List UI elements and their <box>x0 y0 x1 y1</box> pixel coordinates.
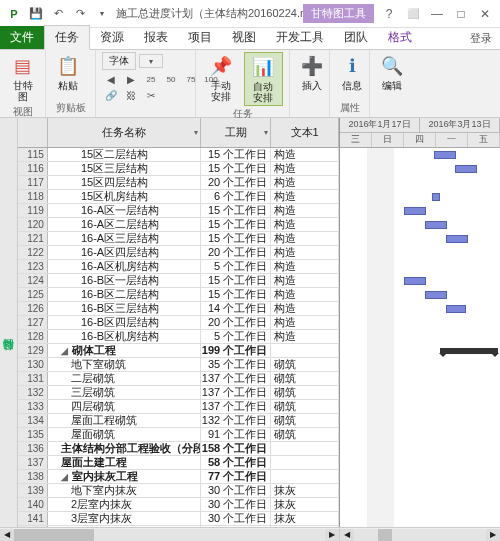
table-row[interactable]: 136主体结构分部工程验收（分段分层）158 个工作日 <box>18 442 339 456</box>
row-id[interactable]: 130 <box>18 358 48 371</box>
minimize-icon[interactable]: — <box>426 5 448 23</box>
table-row[interactable]: 12316-A区机房结构5 个工作日构造 <box>18 260 339 274</box>
table-row[interactable]: 134屋面工程砌筑132 个工作日砌筑 <box>18 414 339 428</box>
table-row[interactable]: 11515区二层结构15 个工作日构造 <box>18 148 339 162</box>
text1-cell[interactable]: 构造 <box>271 218 339 231</box>
row-id[interactable]: 132 <box>18 386 48 399</box>
duration-cell[interactable]: 15 个工作日 <box>201 148 271 161</box>
scroll-right-icon[interactable]: ▶ <box>486 529 500 541</box>
duration-cell[interactable]: 15 个工作日 <box>201 232 271 245</box>
gantt-bar[interactable] <box>404 277 426 285</box>
task-name-cell[interactable]: 16-B区四层结构 <box>48 316 202 329</box>
scrollbar-track[interactable] <box>14 529 325 541</box>
duration-cell[interactable]: 20 个工作日 <box>201 176 271 189</box>
text1-cell[interactable]: 砌筑 <box>271 428 339 441</box>
row-id[interactable]: 131 <box>18 372 48 385</box>
scrollbar-thumb[interactable] <box>14 529 94 541</box>
task-name-cell[interactable]: 屋面工程砌筑 <box>48 414 202 427</box>
pct50-button[interactable]: 50 <box>162 72 180 86</box>
task-name-cell[interactable]: 16-B区三层结构 <box>48 302 202 315</box>
duration-cell[interactable]: 5 个工作日 <box>201 260 271 273</box>
gantt-bar[interactable] <box>446 235 468 243</box>
duration-cell[interactable]: 14 个工作日 <box>201 302 271 315</box>
row-id[interactable]: 116 <box>18 162 48 175</box>
col-name-header[interactable]: 任务名称▾ <box>48 118 202 147</box>
table-row[interactable]: 1402层室内抹灰30 个工作日抹灰 <box>18 498 339 512</box>
text1-cell[interactable] <box>271 456 339 469</box>
manual-schedule-button[interactable]: 📌 手动安排 <box>202 52 240 104</box>
split-icon[interactable]: ✂ <box>142 88 160 102</box>
text1-cell[interactable] <box>271 442 339 455</box>
text1-cell[interactable]: 构造 <box>271 204 339 217</box>
auto-schedule-button[interactable]: 📊 自动安排 <box>244 52 284 106</box>
row-id[interactable]: 135 <box>18 428 48 441</box>
table-row[interactable]: 139地下室内抹灰30 个工作日抹灰 <box>18 484 339 498</box>
table-row[interactable]: 137屋面土建工程58 个工作日 <box>18 456 339 470</box>
table-row[interactable]: 12216-A区四层结构20 个工作日构造 <box>18 246 339 260</box>
project-icon[interactable]: P <box>4 4 24 24</box>
duration-cell[interactable]: 5 个工作日 <box>201 330 271 343</box>
text1-cell[interactable]: 砌筑 <box>271 372 339 385</box>
table-row[interactable]: 1413层室内抹灰30 个工作日抹灰 <box>18 512 339 526</box>
row-id[interactable]: 136 <box>18 442 48 455</box>
duration-cell[interactable]: 15 个工作日 <box>201 204 271 217</box>
insert-button[interactable]: ➕ 插入 <box>296 52 328 93</box>
text1-cell[interactable]: 构造 <box>271 246 339 259</box>
table-row[interactable]: 12716-B区四层结构20 个工作日构造 <box>18 316 339 330</box>
task-name-cell[interactable]: 屋面砌筑 <box>48 428 202 441</box>
text1-cell[interactable]: 构造 <box>271 288 339 301</box>
duration-cell[interactable]: 30 个工作日 <box>201 512 271 525</box>
task-name-cell[interactable]: 16-A区一层结构 <box>48 204 202 217</box>
task-name-cell[interactable]: 三层砌筑 <box>48 386 202 399</box>
scroll-right-icon[interactable]: ▶ <box>325 529 339 541</box>
task-name-cell[interactable]: 屋面土建工程 <box>48 456 202 469</box>
task-name-cell[interactable]: 16-A区三层结构 <box>48 232 202 245</box>
task-name-cell[interactable]: ◢室内抹灰工程 <box>48 470 202 483</box>
duration-cell[interactable]: 6 个工作日 <box>201 190 271 203</box>
table-row[interactable]: 11615区三层结构15 个工作日构造 <box>18 162 339 176</box>
table-row[interactable]: 130地下室砌筑35 个工作日砌筑 <box>18 358 339 372</box>
table-row[interactable]: 135屋面砌筑91 个工作日砌筑 <box>18 428 339 442</box>
text1-cell[interactable]: 砌筑 <box>271 414 339 427</box>
row-id[interactable]: 118 <box>18 190 48 203</box>
gantt-timescale[interactable]: 2016年1月17日 2016年3月13日 三日四一五 <box>340 118 500 148</box>
duration-cell[interactable]: 137 个工作日 <box>201 386 271 399</box>
row-id[interactable]: 123 <box>18 260 48 273</box>
duration-cell[interactable]: 58 个工作日 <box>201 456 271 469</box>
tab-format[interactable]: 格式 <box>378 26 422 49</box>
ribbon-toggle-icon[interactable]: ⬜ <box>402 5 424 23</box>
indent-left-icon[interactable]: ◀ <box>102 72 120 86</box>
table-row[interactable]: 11916-A区一层结构15 个工作日构造 <box>18 204 339 218</box>
table-row[interactable]: 132三层砌筑137 个工作日砌筑 <box>18 386 339 400</box>
gantt-bar[interactable] <box>425 221 447 229</box>
redo-icon[interactable]: ↷ <box>70 4 90 24</box>
edit-button[interactable]: 🔍 编辑 <box>376 52 408 93</box>
table-row[interactable]: 138◢室内抹灰工程77 个工作日 <box>18 470 339 484</box>
row-id[interactable]: 127 <box>18 316 48 329</box>
gantt-summary-bar[interactable] <box>440 348 498 354</box>
text1-cell[interactable]: 构造 <box>271 330 339 343</box>
gantt-view-button[interactable]: ▤ 甘特图 <box>6 52 39 104</box>
text1-cell[interactable]: 构造 <box>271 190 339 203</box>
duration-cell[interactable]: 15 个工作日 <box>201 274 271 287</box>
link-icon[interactable]: 🔗 <box>102 88 120 102</box>
task-name-cell[interactable]: 15区三层结构 <box>48 162 202 175</box>
scroll-left-icon[interactable]: ◀ <box>0 529 14 541</box>
filter-dropdown-icon[interactable]: ▾ <box>264 128 268 137</box>
duration-cell[interactable]: 30 个工作日 <box>201 498 271 511</box>
row-id[interactable]: 141 <box>18 512 48 525</box>
gantt-bar[interactable] <box>455 165 477 173</box>
duration-cell[interactable]: 158 个工作日 <box>201 442 271 455</box>
qat-dropdown-icon[interactable]: ▾ <box>92 4 112 24</box>
tab-report[interactable]: 报表 <box>134 26 178 49</box>
row-id[interactable]: 126 <box>18 302 48 315</box>
table-row[interactable]: 133四层砌筑137 个工作日砌筑 <box>18 400 339 414</box>
row-id[interactable]: 125 <box>18 288 48 301</box>
task-name-cell[interactable]: 地下室砌筑 <box>48 358 202 371</box>
tab-dev[interactable]: 开发工具 <box>266 26 334 49</box>
gantt-bar[interactable] <box>432 193 440 201</box>
tab-file[interactable]: 文件 <box>0 26 44 49</box>
task-name-cell[interactable]: 15区二层结构 <box>48 148 202 161</box>
task-name-cell[interactable]: 地下室内抹灰 <box>48 484 202 497</box>
row-id[interactable]: 120 <box>18 218 48 231</box>
